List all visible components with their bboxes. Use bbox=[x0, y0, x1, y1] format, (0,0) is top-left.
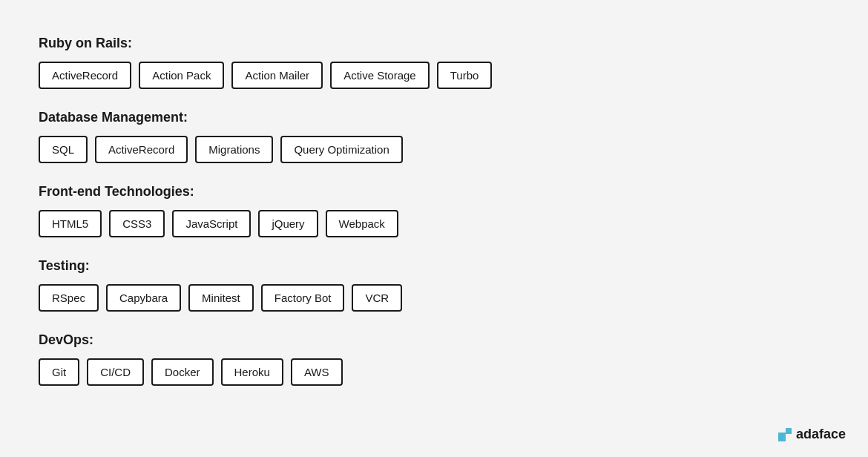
section-title-testing: Testing: bbox=[39, 258, 829, 274]
section-title-ruby-on-rails: Ruby on Rails: bbox=[39, 36, 829, 51]
section-database-management: Database Management:SQLActiveRecordMigra… bbox=[39, 110, 829, 163]
main-content: Ruby on Rails:ActiveRecordAction PackAct… bbox=[0, 0, 868, 442]
tag-query-optimization: Query Optimization bbox=[280, 136, 402, 163]
tag-jquery: jQuery bbox=[258, 210, 318, 237]
tags-ruby-on-rails: ActiveRecordAction PackAction MailerActi… bbox=[39, 62, 829, 89]
section-ruby-on-rails: Ruby on Rails:ActiveRecordAction PackAct… bbox=[39, 36, 829, 89]
tag-activerecord: ActiveRecord bbox=[39, 62, 131, 89]
tag-active-storage: Active Storage bbox=[330, 62, 430, 89]
tag-action-mailer: Action Mailer bbox=[231, 62, 323, 89]
section-title-database-management: Database Management: bbox=[39, 110, 829, 125]
logo-text: adaface bbox=[796, 427, 846, 442]
tag-vcr: VCR bbox=[352, 284, 402, 312]
tag-factory-bot: Factory Bot bbox=[261, 284, 345, 312]
svg-rect-0 bbox=[778, 433, 786, 441]
svg-rect-1 bbox=[786, 428, 792, 434]
tag-turbo: Turbo bbox=[437, 62, 493, 89]
section-title-frontend-technologies: Front-end Technologies: bbox=[39, 184, 829, 200]
tag-javascript: JavaScript bbox=[172, 210, 251, 237]
tag-aws: AWS bbox=[291, 358, 343, 386]
tag-action-pack: Action Pack bbox=[139, 62, 224, 89]
tags-database-management: SQLActiveRecordMigrationsQuery Optimizat… bbox=[39, 136, 829, 163]
logo-area: adaface bbox=[778, 427, 846, 442]
section-frontend-technologies: Front-end Technologies:HTML5CSS3JavaScri… bbox=[39, 184, 829, 237]
tag-capybara: Capybara bbox=[106, 284, 181, 312]
tag-git: Git bbox=[39, 358, 79, 386]
tag-sql: SQL bbox=[39, 136, 88, 163]
tag-html5: HTML5 bbox=[39, 210, 102, 237]
section-devops: DevOps:GitCI/CDDockerHerokuAWS bbox=[39, 332, 829, 386]
tags-frontend-technologies: HTML5CSS3JavaScriptjQueryWebpack bbox=[39, 210, 829, 237]
tag-activerecord: ActiveRecord bbox=[95, 136, 188, 163]
tags-testing: RSpecCapybaraMinitestFactory BotVCR bbox=[39, 284, 829, 312]
section-title-devops: DevOps: bbox=[39, 332, 829, 348]
adaface-logo-icon bbox=[778, 428, 792, 441]
tag-migrations: Migrations bbox=[195, 136, 273, 163]
tag-ci/cd: CI/CD bbox=[87, 358, 144, 386]
tag-css3: CSS3 bbox=[109, 210, 165, 237]
section-testing: Testing:RSpecCapybaraMinitestFactory Bot… bbox=[39, 258, 829, 312]
tag-rspec: RSpec bbox=[39, 284, 99, 312]
tags-devops: GitCI/CDDockerHerokuAWS bbox=[39, 358, 829, 386]
tag-docker: Docker bbox=[151, 358, 214, 386]
tag-minitest: Minitest bbox=[188, 284, 254, 312]
tag-webpack: Webpack bbox=[326, 210, 398, 237]
tag-heroku: Heroku bbox=[221, 358, 283, 386]
